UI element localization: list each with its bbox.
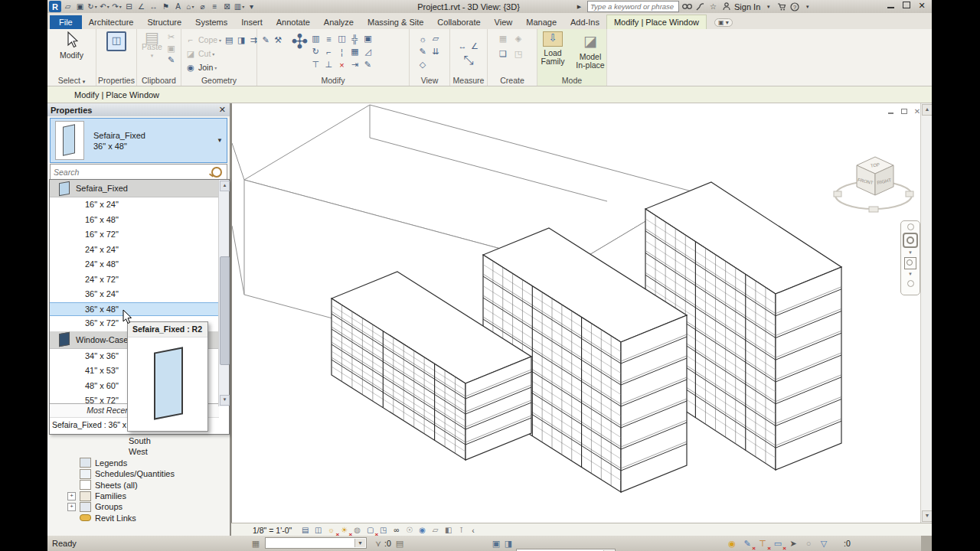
print-icon[interactable]: ⊟	[123, 1, 135, 12]
align-icon[interactable]: ▥	[309, 33, 322, 44]
pin-icon[interactable]: ⊤	[309, 59, 322, 70]
rendering-dialog-icon[interactable]: ◍	[351, 525, 363, 536]
type-item[interactable]: 16" x 48"	[50, 213, 219, 228]
browser-item-groups[interactable]: +Groups	[80, 501, 122, 512]
create-group-icon[interactable]: ▦	[497, 33, 509, 44]
create-assembly-icon[interactable]: ◈	[512, 33, 524, 44]
save-icon[interactable]: ▣	[74, 1, 86, 12]
communication-center-icon[interactable]	[695, 2, 705, 12]
measure-tool-icon[interactable]: ⤡	[464, 54, 474, 67]
mirror-icon[interactable]: ◫	[335, 33, 348, 44]
measure-length-icon[interactable]: ↔	[456, 41, 469, 52]
create-parts-icon[interactable]: ◳	[512, 48, 524, 60]
options-icon[interactable]: ▤	[394, 538, 406, 549]
modify-button[interactable]: Modify	[55, 31, 89, 60]
properties-palette-header[interactable]: Properties ✕	[47, 103, 230, 116]
worksharing-display-icon[interactable]: ◉	[416, 525, 428, 536]
navbar-collapse-icon[interactable]	[907, 280, 914, 287]
panel-label-clipboard[interactable]: Clipboard	[137, 76, 181, 86]
panel-label-properties[interactable]: Properties	[96, 76, 136, 86]
box-icon[interactable]: ◇	[416, 59, 429, 70]
scroll-thumb[interactable]	[220, 256, 230, 365]
thin-lines-icon[interactable]: ≡	[209, 1, 220, 12]
minimize-button[interactable]	[887, 2, 896, 9]
binoculars-icon[interactable]	[682, 2, 692, 12]
canvas-scroll-up-icon[interactable]: ▲	[922, 104, 932, 116]
paste-button[interactable]: ▤ Paste ▾	[141, 31, 164, 60]
browser-item-sheets-all-[interactable]: Sheets (all)	[80, 480, 138, 491]
workset-dropdown[interactable]: ▼	[265, 537, 367, 549]
tab-file[interactable]: File	[50, 15, 82, 29]
panel-label-measure[interactable]: Measure	[450, 76, 487, 86]
browser-item-revit-links[interactable]: Revit Links	[80, 513, 136, 523]
panel-label-view[interactable]: View	[410, 76, 449, 86]
redo-icon[interactable]: ↷▾	[111, 1, 122, 12]
view-scale-button[interactable]: 1/8" = 1'-0"	[253, 526, 292, 535]
model-inplace-button[interactable]: ◪ Model In-place	[574, 31, 606, 70]
view-close-button[interactable]: ✕	[913, 108, 921, 115]
panel-label-create[interactable]: Create	[488, 76, 537, 86]
infocenter-search-input[interactable]	[587, 1, 679, 12]
selection-filter-icon[interactable]: ▽	[818, 538, 830, 549]
cope-button[interactable]: ⌐ Cope▾ ▤◨⇉✎⚒	[185, 34, 284, 46]
tab-insert[interactable]: Insert	[234, 15, 270, 29]
browser-item-west[interactable]: West	[129, 446, 148, 457]
default-3d-view-icon[interactable]: ⌂▾	[185, 1, 196, 12]
type-item[interactable]: 16" x 72"	[50, 227, 219, 243]
text-icon[interactable]: A	[172, 1, 184, 12]
expand-icon[interactable]: +	[67, 503, 76, 511]
panel-label-select[interactable]: Select ▾	[47, 76, 96, 86]
status-pin-icon[interactable]: ⊤×	[756, 538, 769, 549]
copy-icon[interactable]: ▣	[165, 43, 178, 54]
wheel-dropdown-icon[interactable]: ▼	[908, 250, 913, 255]
qat-customize-icon[interactable]: ▾	[246, 1, 257, 12]
navbar-handle-icon[interactable]	[907, 223, 914, 230]
help-dropdown-icon[interactable]: ▼	[802, 2, 812, 12]
detail-level-icon[interactable]: ▤	[299, 525, 311, 536]
type-search-input[interactable]	[51, 167, 211, 178]
paint-icon[interactable]: ✎	[260, 34, 272, 46]
panel-label-mode[interactable]: Mode	[537, 76, 606, 86]
sync-icon[interactable]: ↻▾	[87, 1, 98, 12]
match-type-icon[interactable]: ✎	[165, 54, 178, 66]
type-selector[interactable]: Sefaira_Fixed 36" x 48" ▼	[50, 118, 227, 163]
cutaway-icon[interactable]: ▱	[430, 33, 442, 44]
offset-icon[interactable]: ≡	[322, 33, 335, 44]
tab-manage[interactable]: Manage	[519, 15, 564, 29]
copy-icon[interactable]: ▣	[361, 33, 374, 44]
drawing-area[interactable]: TOP FRONT RIGHT ▼ ▼ ✕ ▲ ▼	[231, 103, 932, 523]
sign-in-dropdown-icon[interactable]: ▼	[763, 2, 773, 12]
load-family-button[interactable]: ⇩ Load Family	[537, 31, 568, 66]
sun-path-icon[interactable]: ☼×	[325, 525, 337, 536]
properties-button[interactable]: ◫	[100, 31, 133, 51]
type-item[interactable]: 36" x 24"	[50, 287, 219, 302]
split-icon[interactable]: ¦	[335, 46, 348, 57]
ribbon-state-toggle[interactable]: ▣ ▾	[714, 18, 733, 27]
status-ring-icon[interactable]: ○	[802, 538, 815, 549]
family-item[interactable]: Sefaira_Fixed	[50, 180, 219, 197]
tab-systems[interactable]: Systems	[188, 15, 234, 29]
constraints-icon[interactable]: ⊺	[456, 525, 467, 536]
3d-model-view[interactable]	[232, 103, 921, 523]
revit-logo[interactable]: R	[49, 1, 61, 12]
canvas-scroll-down-icon[interactable]: ▼	[922, 510, 932, 522]
tab-view[interactable]: View	[488, 15, 520, 29]
close-button[interactable]: ✕	[917, 2, 926, 9]
create-similar-icon[interactable]: ❏	[497, 48, 509, 60]
close-hidden-windows-icon[interactable]: ⊠	[221, 1, 233, 12]
favorites-icon[interactable]: ☆	[708, 2, 718, 12]
collapse-arrow-icon[interactable]: ‹	[472, 526, 475, 535]
worksets-icon[interactable]: ▦	[250, 538, 262, 549]
temporary-hide-isolate-icon[interactable]: ∞	[390, 525, 402, 536]
undo-icon[interactable]: ↶▾	[99, 1, 110, 12]
cut-icon[interactable]: ✂	[165, 31, 178, 43]
section-icon[interactable]: ⌀	[197, 1, 208, 12]
tab-architecture[interactable]: Architecture	[82, 15, 141, 29]
crop-view-icon[interactable]: ▢×	[364, 525, 376, 536]
shadows-icon[interactable]: ☀×	[338, 525, 350, 536]
browser-item-south[interactable]: South	[129, 435, 151, 446]
demolish-icon[interactable]: ⚒	[272, 34, 284, 46]
tab-annotate[interactable]: Annotate	[270, 15, 317, 29]
displace-elements-icon[interactable]: ◧	[443, 525, 454, 536]
view-restore-button[interactable]	[900, 108, 908, 115]
